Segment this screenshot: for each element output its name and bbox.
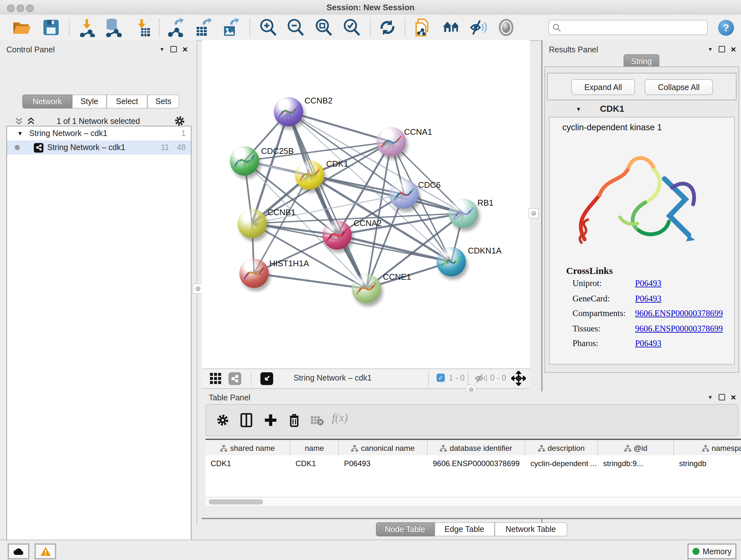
control-panel-close-icon[interactable]: × (183, 46, 188, 52)
column-header-shared-name[interactable]: shared name (205, 440, 290, 456)
toolbar-separator (405, 18, 405, 37)
table-cell[interactable]: CDK1 (211, 459, 231, 468)
tab-style[interactable]: Style (72, 95, 107, 109)
memory-label: Memory (703, 547, 731, 556)
export-image-icon[interactable] (221, 18, 241, 37)
import-network-from-file-icon[interactable] (77, 18, 96, 37)
delete-column-trash-icon[interactable] (288, 413, 300, 428)
node-label-CCNE1: CCNE1 (383, 272, 411, 282)
results-panel-float-icon[interactable] (719, 46, 725, 52)
column-header-namespace[interactable]: namespace (674, 440, 741, 456)
open-session-icon[interactable] (12, 18, 31, 37)
column-header-name[interactable]: name (290, 440, 339, 456)
selected-checkbox-icon[interactable]: ✓ (436, 374, 445, 382)
zoom-selected-icon[interactable] (342, 18, 361, 37)
tab-select[interactable]: Select (107, 95, 147, 109)
column-header--id[interactable]: @id (598, 440, 674, 456)
node-HIST1H1A[interactable] (239, 259, 269, 288)
tab-network[interactable]: Network (22, 95, 72, 109)
export-network-icon[interactable] (166, 18, 185, 37)
warnings-button[interactable] (35, 543, 56, 559)
string-view-share-icon[interactable] (228, 372, 241, 385)
fit-selected-crosshair-icon[interactable] (511, 371, 526, 386)
expand-all-button[interactable]: Expand All (571, 79, 635, 95)
show-graphics-details-icon[interactable] (496, 18, 516, 37)
node-CDK1[interactable] (295, 160, 324, 190)
network-collection-row[interactable]: ▼ String Network – cdk1 1 (7, 126, 191, 140)
results-panel-menu-icon[interactable]: ▼ (708, 46, 713, 52)
crosslink-value-link[interactable]: P06493 (635, 278, 662, 289)
results-panel-close-icon[interactable]: × (731, 46, 736, 52)
open-in-window-icon[interactable] (260, 372, 273, 385)
export-table-icon[interactable] (194, 18, 213, 37)
node-CCNE1[interactable] (352, 274, 381, 303)
control-panel-float-icon[interactable] (171, 46, 177, 52)
save-session-icon[interactable] (42, 18, 61, 37)
function-builder-icon: f(x) (332, 411, 348, 425)
show-all-houses-icon[interactable] (442, 18, 461, 37)
collection-collapse-icon[interactable]: ▼ (17, 130, 23, 137)
refresh-view-icon[interactable] (378, 18, 397, 37)
tab-edge-table[interactable]: Edge Table (434, 522, 494, 537)
node-CCNA2[interactable] (322, 220, 352, 250)
tab-node-table[interactable]: Node Table (376, 522, 434, 537)
crosslink-value-link[interactable]: P06493 (635, 294, 662, 304)
node-CCNB2[interactable] (274, 97, 303, 126)
node-CDC6[interactable] (389, 179, 419, 209)
node-CCNB1[interactable] (238, 209, 267, 238)
scrollbar-thumb[interactable] (209, 499, 263, 504)
zoom-in-icon[interactable] (259, 18, 278, 37)
column-header-canonical-name[interactable]: canonical name (339, 440, 428, 456)
gene-collapse-icon[interactable]: ▼ (576, 106, 582, 112)
cloud-button[interactable] (8, 543, 29, 559)
grid-icon[interactable] (210, 373, 221, 384)
table-cell[interactable]: CDK1 (295, 459, 316, 468)
network-row-selected[interactable]: String Network – cdk1 11 48 (7, 140, 191, 154)
table-panel-close-icon[interactable]: × (731, 394, 736, 400)
table-horizontal-scrollbar[interactable] (205, 497, 741, 506)
table-cell[interactable]: cyclin-dependent ... (530, 459, 597, 468)
clone-network-icon[interactable] (413, 18, 432, 37)
table-cell[interactable]: stringdb:9... (603, 459, 643, 468)
toolbar-separator (159, 18, 159, 37)
control-panel-menu-icon[interactable]: ▼ (159, 46, 165, 52)
crosslink-value-link[interactable]: 9606.ENSP00000378699 (635, 308, 723, 319)
memory-button[interactable]: Memory (687, 543, 737, 559)
node-CDKN1A[interactable] (436, 247, 466, 276)
help-icon[interactable]: ? (718, 20, 734, 36)
zoom-fit-content-icon[interactable] (314, 18, 333, 37)
right-splitter-handle[interactable] (529, 208, 539, 219)
import-table-from-file-icon[interactable] (132, 18, 151, 37)
collapse-all-button[interactable]: Collapse All (645, 79, 713, 95)
gene-entry-header[interactable]: ▼ CDK1 (547, 102, 735, 117)
node-CCNA1[interactable] (377, 127, 406, 157)
crosslink-value-link[interactable]: 9606.ENSP00000378699 (635, 323, 723, 334)
crosslinks-title: CrossLinks (566, 266, 613, 276)
crosslink-value-link[interactable]: P06493 (635, 338, 662, 349)
title-bar: Session: New Session (0, 0, 741, 15)
edge-CCNA2-CDKN1A[interactable] (337, 235, 451, 262)
search-input[interactable] (564, 21, 704, 34)
import-network-from-database-icon[interactable] (104, 18, 123, 37)
create-column-plus-icon[interactable] (264, 413, 278, 427)
table-cell[interactable]: 9606.ENSP00000378699 (433, 459, 520, 468)
hide-selected-eye-slash-icon[interactable] (469, 18, 488, 37)
table-panel-menu-icon[interactable]: ▼ (708, 394, 713, 400)
column-header-description[interactable]: description (525, 440, 598, 456)
show-columns-icon[interactable] (240, 413, 253, 427)
tab-network-table[interactable]: Network Table (494, 522, 567, 537)
table-settings-gear-icon[interactable] (216, 414, 229, 427)
column-header-database-identifier[interactable]: database identifier (428, 440, 525, 456)
table-panel-float-icon[interactable] (719, 394, 725, 400)
zoom-out-icon[interactable] (286, 18, 305, 37)
node-CDC25B[interactable] (230, 146, 259, 176)
edge-CCNB2-CCNA1[interactable] (288, 112, 391, 142)
protein-structure-image (569, 140, 709, 262)
network-canvas[interactable]: CCNB2CCNA1CDC25BCDK1CDC6RB1CCNB1CCNA2CDK… (202, 40, 530, 368)
table-cell[interactable]: stringdb (679, 459, 706, 468)
network-options-gear-icon[interactable] (174, 116, 185, 126)
table-cell[interactable]: P06493 (344, 459, 370, 468)
node-RB1[interactable] (449, 199, 478, 228)
edge-HIST1H1A-CCNE1[interactable] (254, 273, 366, 289)
tab-sets[interactable]: Sets (147, 95, 179, 109)
